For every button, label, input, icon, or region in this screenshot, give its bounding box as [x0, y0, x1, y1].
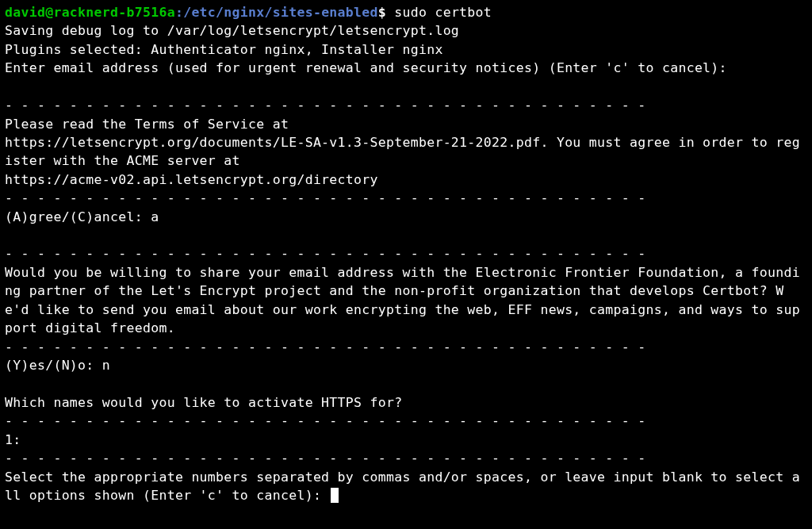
prompt-line: david@racknerd-b7516a:/etc/nginx/sites-e… [5, 3, 807, 21]
prompt-dollar: $ [378, 5, 386, 20]
command-text: sudo certbot [386, 5, 492, 20]
output-line: Would you be willing to share your email… [5, 263, 807, 338]
output-line: Saving debug log to /var/log/letsencrypt… [5, 21, 807, 40]
output-line: https://acme-v02.api.letsencrypt.org/dir… [5, 171, 807, 189]
blank-line [5, 374, 807, 393]
yesno-prompt: (Y)es/(N)o: n [5, 356, 807, 374]
output-line: Please read the Terms of Service at [5, 115, 807, 133]
separator-line: - - - - - - - - - - - - - - - - - - - - … [5, 96, 807, 114]
agree-prompt: (A)gree/(C)ancel: a [5, 208, 807, 226]
separator-line: - - - - - - - - - - - - - - - - - - - - … [5, 338, 807, 356]
terminal-output[interactable]: david@racknerd-b7516a:/etc/nginx/sites-e… [5, 3, 807, 504]
output-line: 1: [5, 431, 807, 449]
output-line: Plugins selected: Authenticator nginx, I… [5, 40, 807, 59]
separator-line: - - - - - - - - - - - - - - - - - - - - … [5, 412, 807, 430]
separator-line: - - - - - - - - - - - - - - - - - - - - … [5, 189, 807, 207]
output-line: Which names would you like to activate H… [5, 393, 807, 412]
cwd-path: :/etc/nginx/sites-enabled [175, 5, 378, 20]
user-host: david@racknerd-b7516a [5, 5, 175, 20]
input-prompt[interactable]: Select the appropriate numbers separated… [5, 468, 807, 505]
output-line: Enter email address (used for urgent ren… [5, 59, 807, 77]
separator-line: - - - - - - - - - - - - - - - - - - - - … [5, 449, 807, 467]
separator-line: - - - - - - - - - - - - - - - - - - - - … [5, 244, 807, 263]
input-prompt-text: Select the appropriate numbers separated… [5, 470, 800, 503]
blank-line [5, 226, 807, 244]
blank-line [5, 78, 807, 96]
output-line: https://letsencrypt.org/documents/LE-SA-… [5, 133, 807, 171]
cursor-block [331, 488, 339, 503]
